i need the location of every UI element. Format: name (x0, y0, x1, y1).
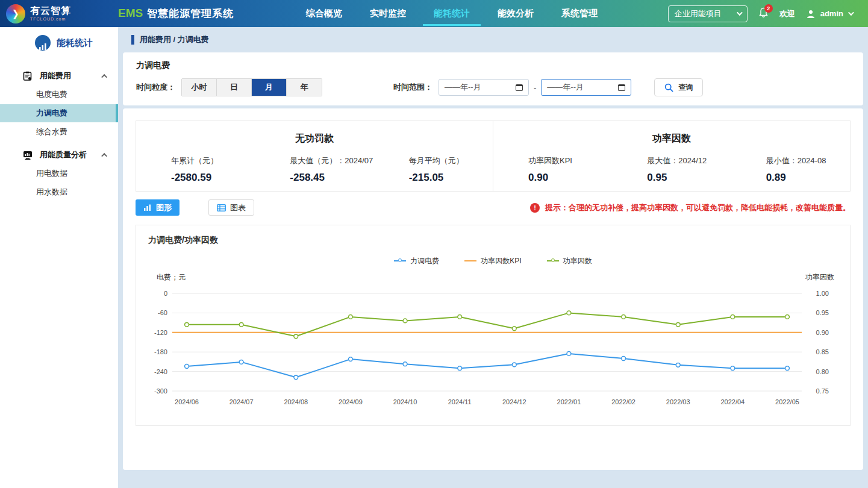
svg-text:1.00: 1.00 (816, 290, 829, 297)
svg-text:2024/06: 2024/06 (175, 398, 199, 405)
stats-row: 无功罚款 年累计（元） -2580.59 最大值（元）：2024/07 -258… (136, 120, 851, 192)
range-separator: - (534, 83, 536, 92)
chart-panel: 力调电费/功率因数 力调电费功率因数KPI功率因数 电费；元 功率因数 01.0… (136, 225, 851, 426)
sidebar-title: 能耗统计 (0, 27, 118, 58)
svg-text:2022/01: 2022/01 (557, 398, 581, 405)
svg-text:0.95: 0.95 (816, 309, 829, 316)
sidebar-item-water-data[interactable]: 用水数据 (0, 183, 118, 201)
nav-system-management[interactable]: 系统管理 (551, 1, 608, 26)
legend-label: 功率因数KPI (481, 256, 521, 266)
project-select[interactable]: 企业用能项目 (668, 5, 748, 22)
tip-message: ! 提示：合理的无功补偿，提高功率因数，可以避免罚款，降低电能损耗，改善电能质量… (530, 202, 851, 213)
calendar-icon[interactable] (618, 84, 625, 91)
app-header: ❯ 有云智算 TFCLOUD.com EMS 智慧能源管理系统 综合概览 实时监… (0, 0, 868, 27)
chart-icon (143, 204, 152, 211)
nav-overview[interactable]: 综合概览 (295, 1, 353, 26)
sidebar-group-label: 用能质量分析 (40, 149, 103, 160)
svg-text:2024/08: 2024/08 (284, 398, 308, 405)
clipboard-icon (23, 71, 34, 81)
legend-label: 功率因数 (563, 256, 592, 266)
svg-text:2024/10: 2024/10 (393, 398, 417, 405)
chart-svg: 01.00-600.95-1200.90-1800.85-2400.80-300… (148, 283, 838, 411)
breadcrumb-accent (131, 35, 134, 45)
stat-pf-kpi: 功率因数KPI 0.90 (493, 155, 612, 184)
query-button-label: 查询 (678, 83, 693, 93)
table-view-label: 图表 (230, 202, 246, 213)
breadcrumb-row: 用能费用 / 力调电费 (123, 27, 863, 52)
svg-text:2022/04: 2022/04 (720, 398, 745, 405)
stat-pf-max: 最大值：2024/12 0.95 (612, 155, 731, 184)
stat-annual-total: 年累计（元） -2580.59 (136, 155, 255, 184)
tip-text: 提示：合理的无功补偿，提高功率因数，可以避免罚款，降低电能损耗，改善电能质量。 (545, 202, 851, 213)
granularity-month-button[interactable]: 月 (252, 79, 287, 96)
power-factor-card: 功率因数 功率因数KPI 0.90 最大值：2024/12 0.95 最小值：2… (493, 120, 851, 192)
range-label: 时间范围： (393, 82, 432, 93)
project-select-value: 企业用能项目 (675, 8, 722, 19)
sidebar-group-energy-cost[interactable]: 用能费用 (0, 67, 118, 85)
user-chevron-down-icon (848, 10, 854, 16)
line-chart: 01.00-600.95-1200.90-1800.85-2400.80-300… (148, 283, 838, 414)
legend-swatch-icon (394, 260, 406, 261)
legend-swatch-icon (547, 260, 559, 261)
brand-title: 智慧能源管理系统 (147, 7, 234, 20)
sidebar: 能耗统计 用能费用 电度电费 力调电费 综合水费 (0, 27, 118, 488)
bar-chart-icon (35, 35, 51, 51)
svg-text:-180: -180 (154, 348, 167, 355)
graph-view-button[interactable]: 图形 (136, 199, 180, 216)
app-title: EMS 智慧能源管理系统 (118, 7, 234, 20)
nav-realtime-monitor[interactable]: 实时监控 (359, 1, 417, 26)
svg-text:2024/09: 2024/09 (339, 398, 363, 405)
start-date-placeholder: ——年--月 (445, 82, 481, 93)
breadcrumb: 用能费用 / 力调电费 (140, 34, 209, 45)
sidebar-item-electricity-degree-fee[interactable]: 电度电费 (0, 86, 118, 104)
legend-item[interactable]: 功率因数 (547, 256, 592, 266)
sidebar-title-label: 能耗统计 (57, 37, 93, 49)
granularity-year-button[interactable]: 年 (287, 79, 322, 96)
svg-text:2022/05: 2022/05 (775, 398, 799, 405)
chart-title: 力调电费/功率因数 (148, 235, 838, 246)
svg-text:-300: -300 (154, 387, 167, 395)
stat-card-title: 无功罚款 (136, 133, 493, 145)
logo: ❯ 有云智算 TFCLOUD.com (0, 4, 118, 23)
granularity-button-group: 小时 日 月 年 (181, 78, 322, 96)
content-card: 无功罚款 年累计（元） -2580.59 最大值（元）：2024/07 -258… (123, 108, 863, 470)
notification-badge: 2 (764, 4, 773, 13)
chevron-down-icon (737, 10, 743, 16)
stat-pf-min: 最小值：2024-08 0.89 (731, 155, 850, 184)
nav-energy-statistics[interactable]: 能耗统计 (423, 1, 481, 26)
monitor-icon (23, 151, 34, 160)
svg-text:0: 0 (164, 290, 167, 297)
legend-item[interactable]: 功率因数KPI (464, 256, 521, 266)
sidebar-menu: 用能费用 电度电费 力调电费 综合水费 用能质量分析 (0, 67, 118, 201)
sidebar-item-electricity-data[interactable]: 用电数据 (0, 164, 118, 183)
svg-text:2024/11: 2024/11 (448, 398, 472, 405)
reactive-penalty-card: 无功罚款 年累计（元） -2580.59 最大值（元）：2024/07 -258… (136, 120, 493, 192)
logo-icon: ❯ (6, 4, 25, 23)
end-date-placeholder: ——年--月 (547, 82, 584, 93)
legend-item[interactable]: 力调电费 (394, 256, 439, 266)
user-icon (806, 9, 816, 19)
user-menu[interactable]: admin (806, 9, 852, 19)
sidebar-item-water-fee[interactable]: 综合水费 (0, 123, 118, 141)
y-left-axis-label: 电费；元 (157, 272, 186, 283)
granularity-hour-button[interactable]: 小时 (182, 79, 217, 96)
end-date-input[interactable]: ——年--月 (541, 79, 631, 96)
sidebar-item-power-factor-fee[interactable]: 力调电费 (0, 104, 118, 122)
stat-monthly-average: 每月平均（元） -215.05 (374, 155, 493, 184)
search-icon (664, 83, 673, 92)
logo-text: 有云智算 (30, 6, 71, 16)
notification-bell[interactable]: 2 (758, 7, 769, 20)
page-title: 力调电费 (136, 60, 850, 71)
sidebar-group-quality-analysis[interactable]: 用能质量分析 (0, 146, 118, 164)
query-button[interactable]: 查询 (654, 78, 703, 96)
table-icon (217, 204, 226, 211)
calendar-icon[interactable] (516, 84, 523, 91)
brand-ems: EMS (118, 7, 143, 20)
granularity-day-button[interactable]: 日 (217, 79, 252, 96)
table-view-button[interactable]: 图表 (208, 199, 254, 216)
svg-text:0.85: 0.85 (816, 348, 829, 355)
filter-card: 力调电费 时间粒度： 小时 日 月 年 时间范围： ——年--月 - (123, 52, 863, 105)
start-date-input[interactable]: ——年--月 (439, 79, 529, 96)
nav-efficiency-analysis[interactable]: 能效分析 (487, 1, 545, 26)
logo-subtext: TFCLOUD.com (30, 17, 71, 21)
